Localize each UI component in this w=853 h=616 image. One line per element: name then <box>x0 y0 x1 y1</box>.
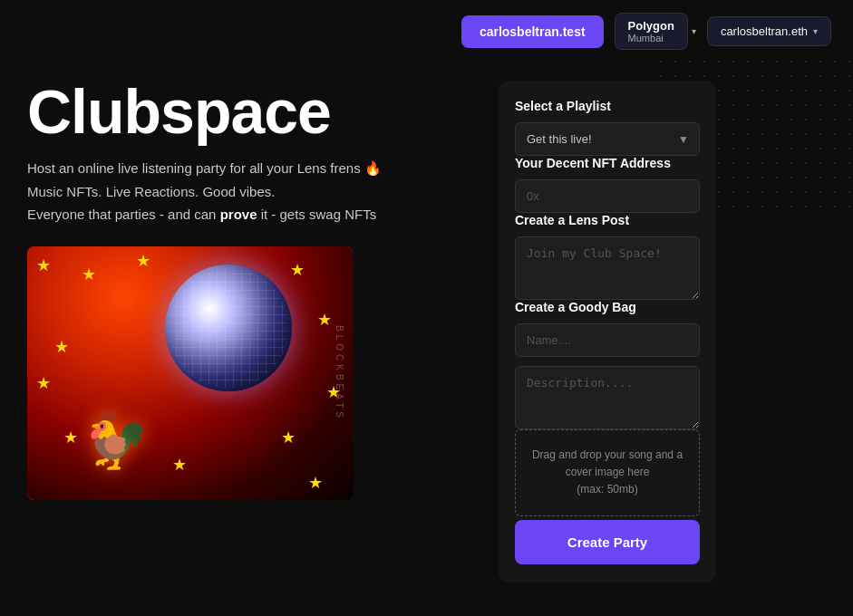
nft-label: Your Decent NFT Address <box>515 156 700 170</box>
upload-area[interactable]: Drag and drop your song and a cover imag… <box>515 429 700 516</box>
network-sub: Mumbai <box>628 33 664 43</box>
star-13: ★ <box>281 428 296 448</box>
star-1: ★ <box>36 255 51 275</box>
lens-profile-button[interactable]: carlosbeltran.test <box>461 15 604 48</box>
tagline-bold: prove <box>220 207 257 222</box>
main-content: Clubspace Host an online live listening … <box>0 63 853 610</box>
goody-bag-label: Create a Goody Bag <box>515 300 700 314</box>
star-9: ★ <box>36 373 51 393</box>
star-7: ★ <box>317 310 332 330</box>
disco-scene: ★ ★ ★ ★ ★ ★ ★ ★ ★ ★ ★ ★ ★ ★ ★ ★ 🐓 <box>27 246 354 500</box>
nft-address-section: Your Decent NFT Address <box>515 156 700 213</box>
goody-description-textarea[interactable] <box>515 366 700 429</box>
watermark: BLOCKBEATS <box>334 325 344 421</box>
tagline-line1: Host an online live listening party for … <box>27 157 462 180</box>
tagline-line2: Music NFTs. Live Reactions. Good vibes. <box>27 180 462 204</box>
character-emoji: 🐓 <box>82 409 150 473</box>
tagline: Host an online live listening party for … <box>27 157 462 226</box>
create-party-button[interactable]: Create Party <box>515 520 700 564</box>
left-panel: Clubspace Host an online live listening … <box>27 81 462 582</box>
playlist-select[interactable]: Get this live! <box>515 122 700 156</box>
lens-post-section: Create a Lens Post <box>515 213 700 300</box>
tagline-line3-suffix: it - gets swag NFTs <box>257 207 376 222</box>
star-6: ★ <box>290 260 305 280</box>
playlist-label: Select a Playlist <box>515 99 700 113</box>
right-panel: Select a Playlist Get this live! ▼ Your … <box>499 81 716 582</box>
wallet-chevron-icon: ▾ <box>813 26 818 36</box>
wallet-address: carlosbeltran.eth <box>721 24 808 38</box>
network-name: Polygon <box>628 19 674 33</box>
star-14: ★ <box>308 473 323 493</box>
network-selector[interactable]: Polygon Mumbai ▾ <box>615 13 696 50</box>
disco-ball <box>165 265 292 391</box>
hero-image: ★ ★ ★ ★ ★ ★ ★ ★ ★ ★ ★ ★ ★ ★ ★ ★ 🐓 <box>27 246 354 500</box>
upload-text: Drag and drop your song and a cover imag… <box>532 448 683 496</box>
header: carlosbeltran.test Polygon Mumbai ▾ carl… <box>0 0 853 63</box>
network-badge[interactable]: Polygon Mumbai <box>615 13 688 50</box>
wallet-button[interactable]: carlosbeltran.eth ▾ <box>707 16 831 46</box>
tagline-line3-prefix: Everyone that parties - and can <box>27 207 220 222</box>
star-12: ★ <box>172 455 187 475</box>
tagline-line3: Everyone that parties - and can prove it… <box>27 203 462 226</box>
playlist-select-wrapper: Get this live! ▼ <box>515 122 700 156</box>
nft-address-input[interactable] <box>515 179 700 213</box>
star-2: ★ <box>82 265 96 284</box>
star-10: ★ <box>63 428 78 448</box>
star-3: ★ <box>136 251 150 271</box>
playlist-section: Select a Playlist Get this live! ▼ <box>515 99 700 156</box>
lens-post-label: Create a Lens Post <box>515 213 700 227</box>
goody-name-input[interactable] <box>515 323 700 357</box>
lens-post-textarea[interactable] <box>515 236 700 300</box>
star-8: ★ <box>54 337 69 357</box>
app-title: Clubspace <box>27 81 462 142</box>
network-chevron-icon: ▾ <box>692 26 696 36</box>
goody-bag-section: Create a Goody Bag <box>515 300 700 429</box>
